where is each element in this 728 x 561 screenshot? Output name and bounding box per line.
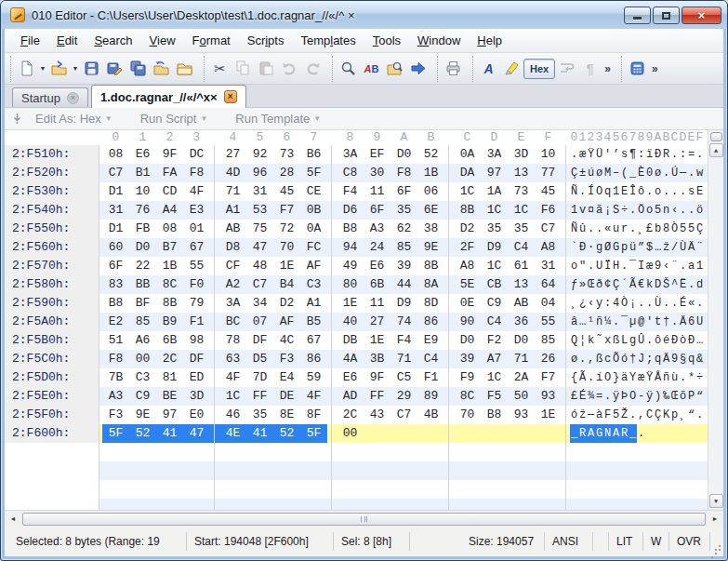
hex-byte[interactable]: 78 (219, 331, 246, 350)
ascii-char[interactable]: g (629, 331, 637, 350)
hex-byte[interactable]: A7 (481, 350, 508, 368)
hex-byte[interactable]: 98 (183, 331, 210, 350)
ascii-char[interactable]: p (670, 406, 679, 424)
hex-byte[interactable]: F1 (183, 313, 210, 331)
hex-byte[interactable]: 1E (535, 406, 562, 424)
ascii-char[interactable]: @ (637, 313, 645, 331)
hex-byte[interactable]: 7B (102, 368, 129, 387)
hex-byte[interactable]: 46 (219, 406, 246, 424)
hex-byte[interactable]: 9E (417, 238, 444, 257)
hex-byte[interactable]: A4 (156, 201, 183, 220)
close-button[interactable]: × (682, 7, 721, 24)
ascii-char[interactable]: ô (654, 331, 662, 350)
hex-byte[interactable]: 3A (481, 145, 508, 164)
hex-byte[interactable]: 97 (481, 164, 508, 182)
hex-byte[interactable]: 00 (337, 424, 364, 443)
ascii-char[interactable]: O (629, 387, 637, 406)
ascii-char[interactable]: Y (629, 368, 637, 387)
save-all-button[interactable] (126, 57, 150, 80)
hex-byte[interactable]: 11 (364, 294, 390, 313)
ascii-char[interactable]: . (662, 294, 670, 313)
hex-byte[interactable]: F5 (481, 387, 508, 406)
hex-byte[interactable]: 1C (481, 201, 508, 220)
hex-byte[interactable]: 6F (364, 201, 390, 220)
ascii-char[interactable]: ‹ (670, 201, 679, 220)
hex-byte[interactable]: CD (156, 182, 183, 201)
hex-byte[interactable]: 6F (102, 257, 129, 275)
hex-byte[interactable]: 0E (454, 294, 481, 313)
edit-as-dropdown[interactable]: Edit As: Hex ▼ (35, 112, 113, 126)
ascii-char[interactable]: . (595, 220, 603, 238)
ascii-char[interactable]: ü (629, 238, 637, 257)
hex-byte[interactable]: 24 (364, 238, 390, 257)
hex-byte[interactable]: C8 (337, 164, 364, 182)
hex-byte[interactable]: F7 (273, 201, 300, 220)
hex-byte[interactable]: 96 (246, 164, 273, 182)
ascii-char[interactable]: ¤ (587, 201, 595, 220)
ascii-char[interactable]: G (595, 424, 603, 443)
hex-byte[interactable]: 67 (183, 238, 210, 257)
ascii-char[interactable]: Ž (620, 406, 629, 424)
hex-byte[interactable]: 7D (246, 368, 273, 387)
ascii-char[interactable]: Š (662, 275, 670, 294)
hex-byte[interactable]: E6 (337, 368, 364, 387)
ascii-char[interactable]: 6 (687, 313, 695, 331)
ascii-char[interactable]: ñ (662, 368, 670, 387)
ascii-char[interactable]: 4 (612, 294, 620, 313)
open-recent-button[interactable] (173, 57, 196, 80)
ascii-char[interactable]: . (587, 257, 595, 275)
toolbar-overflow-chevron[interactable]: » (602, 62, 614, 75)
ascii-char[interactable]: . (670, 313, 679, 331)
ascii-char[interactable]: . (578, 350, 587, 368)
hex-byte[interactable]: 85 (390, 238, 417, 257)
ascii-char[interactable]: , (587, 350, 595, 368)
ascii-char[interactable]: K (662, 406, 670, 424)
ascii-char[interactable]: ´ (620, 275, 629, 294)
hex-byte[interactable]: 4F (219, 368, 246, 387)
ascii-char[interactable]: o (645, 201, 654, 220)
scroll-up-button[interactable]: ▲ (709, 143, 723, 157)
hex-byte[interactable]: AF (273, 313, 300, 331)
hex-byte[interactable]: 1C (481, 368, 508, 387)
ascii-char[interactable]: . (637, 294, 645, 313)
hex-byte[interactable]: 6B (364, 275, 390, 294)
hex-byte[interactable]: E9 (417, 331, 444, 350)
ascii-char[interactable]: Ø (603, 238, 612, 257)
hex-byte[interactable]: 1E (337, 294, 364, 313)
hex-byte[interactable]: 52 (273, 424, 300, 443)
hex-byte[interactable]: C4 (417, 350, 444, 368)
ascii-char[interactable]: ¶ (629, 145, 637, 164)
hex-byte[interactable]: 01 (183, 220, 210, 238)
hex-byte[interactable]: 77 (535, 164, 562, 182)
hex-byte[interactable]: 74 (390, 313, 417, 331)
hex-byte[interactable]: 4C (273, 331, 300, 350)
ascii-char[interactable]: ß (595, 350, 603, 368)
hex-byte[interactable]: 39 (454, 350, 481, 368)
hex-byte[interactable]: 31 (102, 201, 129, 220)
ascii-char[interactable]: Œ (587, 275, 595, 294)
show-whitespace-button[interactable]: ¶ (578, 57, 602, 80)
ascii-char[interactable]: s (620, 145, 629, 164)
scroll-down-button[interactable]: ▼ (709, 494, 723, 508)
hex-byte[interactable]: 35 (246, 406, 273, 424)
ascii-char[interactable]: G (612, 238, 620, 257)
hex-byte[interactable]: 28 (273, 164, 300, 182)
hex-byte[interactable]: A8 (535, 238, 562, 257)
ascii-char[interactable]: _ (570, 424, 578, 443)
tab-document-close-icon[interactable]: × (224, 90, 237, 103)
ascii-char[interactable]: … (654, 238, 662, 257)
hex-byte[interactable]: A2 (219, 275, 246, 294)
hex-byte[interactable]: 45 (273, 182, 300, 201)
hex-byte[interactable]: 8A (417, 275, 444, 294)
ascii-char[interactable]: Ç (570, 164, 578, 182)
hex-byte[interactable]: 55 (535, 313, 562, 331)
ascii-char[interactable]: Ñ (570, 182, 578, 201)
ascii-char[interactable]: Ï (603, 257, 612, 275)
ascii-char[interactable]: Ë (679, 275, 687, 294)
ascii-char[interactable]: É (578, 387, 587, 406)
ascii-char[interactable]: . (637, 424, 645, 443)
ascii-char[interactable]: O (595, 182, 603, 201)
ascii-char[interactable]: Ð (670, 331, 679, 350)
hex-byte[interactable]: FF (246, 387, 273, 406)
find-button[interactable] (337, 57, 360, 80)
